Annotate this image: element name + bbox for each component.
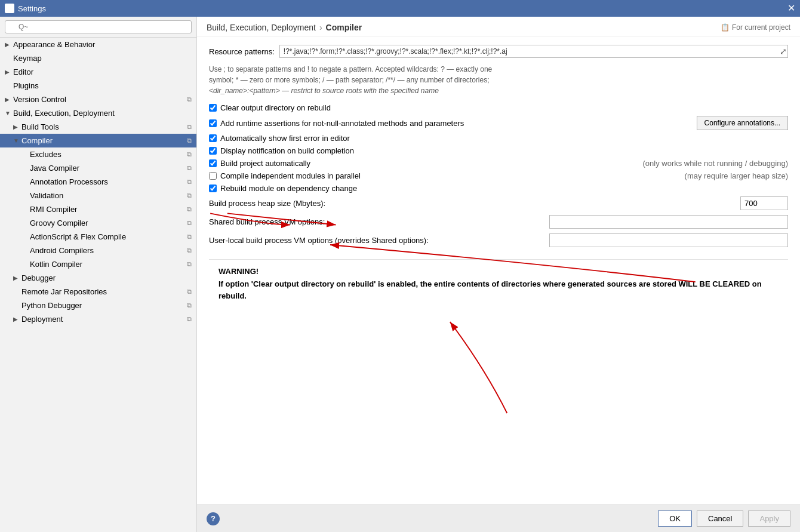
hint-line1: Use ; to separate patterns and ! to nega…	[209, 65, 492, 73]
copy-icon: ⧉	[187, 164, 192, 172]
window-title: Settings	[18, 4, 46, 13]
sidebar-item-build-tools[interactable]: ▶ Build Tools ⧉	[0, 120, 196, 134]
assertions-checkbox[interactable]	[209, 119, 217, 127]
compile-parallel-label: Compile independent modules in parallel	[220, 171, 673, 180]
rebuild-on-change-row: Rebuild module on dependency change	[209, 184, 788, 193]
sidebar-item-label: ActionScript & Flex Compile	[30, 232, 184, 241]
notification-label: Display notification on build completion	[220, 146, 788, 155]
spacer	[21, 220, 30, 226]
sidebar-item-groovy-compiler[interactable]: Groovy Compiler ⧉	[0, 216, 196, 230]
project-icon: 📋	[721, 23, 730, 32]
sidebar-item-label: Appearance & Behavior	[13, 40, 192, 49]
copy-icon: ⧉	[187, 315, 192, 323]
notification-checkbox[interactable]	[209, 147, 217, 155]
warning-box: WARNING! If option 'Clear output directo…	[209, 259, 788, 309]
resource-patterns-input[interactable]	[279, 45, 788, 58]
first-error-label: Automatically show first error in editor	[220, 134, 788, 143]
sidebar-item-build-exec-deploy[interactable]: ▼ Build, Execution, Deployment	[0, 106, 196, 120]
cancel-button[interactable]: Cancel	[697, 511, 743, 527]
hint-line2: symbol; * — zero or more symbols; / — pa…	[209, 76, 490, 84]
copy-icon: ⧉	[187, 288, 192, 296]
expand-arrow-icon: ▶	[13, 124, 21, 130]
clear-output-label: Clear output directory on rebuild	[220, 103, 788, 112]
project-label: For current project	[732, 23, 790, 32]
ok-button[interactable]: OK	[658, 511, 692, 527]
copy-icon: ⧉	[187, 123, 192, 131]
sidebar-item-label: Version Control	[13, 95, 184, 104]
copy-icon: ⧉	[187, 219, 192, 227]
build-auto-checkbox[interactable]	[209, 159, 217, 167]
search-input[interactable]	[5, 20, 192, 33]
user-vm-row: User-local build process VM options (ove…	[209, 233, 788, 247]
sidebar-item-keymap[interactable]: Keymap	[0, 51, 196, 65]
breadcrumb: Build, Execution, Deployment › Compiler …	[197, 17, 800, 36]
sidebar-item-version-control[interactable]: ▶ Version Control ⧉	[0, 93, 196, 106]
heap-size-input[interactable]	[740, 196, 788, 210]
sidebar-item-editor[interactable]: ▶ Editor	[0, 65, 196, 79]
sidebar-item-label: Plugins	[13, 81, 192, 90]
shared-vm-input[interactable]	[549, 215, 788, 229]
sidebar-item-java-compiler[interactable]: Java Compiler ⧉	[0, 161, 196, 175]
sidebar-item-validation[interactable]: Validation ⧉	[0, 189, 196, 202]
copy-icon: ⧉	[187, 137, 192, 144]
heap-size-row: Build process heap size (Mbytes):	[209, 196, 788, 210]
expand-arrow-icon: ▶	[5, 69, 13, 75]
breadcrumb-current: Compiler	[326, 23, 362, 32]
heap-size-label: Build process heap size (Mbytes):	[209, 199, 740, 208]
sidebar-item-label: Keymap	[13, 54, 192, 63]
sidebar-item-deployment[interactable]: ▶ Deployment ⧉	[0, 312, 196, 326]
first-error-checkbox[interactable]	[209, 134, 217, 142]
sidebar-item-label: Editor	[13, 67, 192, 76]
configure-annotations-button[interactable]: Configure annotations...	[697, 116, 788, 130]
content-pane: Build, Execution, Deployment › Compiler …	[197, 17, 800, 532]
sidebar-item-label: Deployment	[21, 315, 184, 324]
sidebar-item-label: Build, Execution, Deployment	[13, 109, 192, 118]
close-button[interactable]: ✕	[787, 4, 795, 13]
user-vm-input[interactable]	[549, 233, 788, 247]
sidebar-item-label: Remote Jar Repositories	[21, 287, 184, 296]
help-button[interactable]: ?	[207, 512, 220, 525]
sidebar-item-label: Compiler	[21, 136, 184, 145]
sidebar-item-rmi-compiler[interactable]: RMI Compiler ⧉	[0, 202, 196, 216]
sidebar-item-debugger[interactable]: ▶ Debugger	[0, 271, 196, 285]
clear-output-checkbox[interactable]	[209, 104, 217, 112]
copy-icon: ⧉	[187, 247, 192, 254]
rebuild-checkbox[interactable]	[209, 184, 217, 192]
compile-parallel-checkbox[interactable]	[209, 172, 217, 180]
resource-patterns-hint: Use ; to separate patterns and ! to nega…	[209, 64, 788, 96]
sidebar-item-python-debugger[interactable]: Python Debugger ⧉	[0, 299, 196, 312]
resource-patterns-row: Resource patterns: ⤢	[209, 45, 788, 58]
warning-text-bold: If option 'Clear output directory on reb…	[219, 279, 762, 300]
sidebar-item-android-compilers[interactable]: Android Compilers ⧉	[0, 244, 196, 257]
spacer	[21, 192, 30, 199]
first-error-row: Automatically show first error in editor	[209, 134, 788, 143]
spacer	[13, 288, 21, 295]
spacer	[21, 206, 30, 213]
shared-vm-row: Shared build process VM options:	[209, 215, 788, 229]
notification-row: Display notification on build completion	[209, 146, 788, 155]
assertions-label: Add runtime assertions for not-null-anno…	[220, 119, 692, 128]
copy-icon: ⧉	[187, 192, 192, 199]
copy-icon: ⧉	[187, 96, 192, 103]
sidebar-item-label: Groovy Compiler	[30, 219, 184, 227]
content-body: Resource patterns: ⤢ Use ; to separate p…	[197, 36, 800, 317]
compile-parallel-note: (may require larger heap size)	[685, 171, 788, 180]
build-auto-row: Build project automatically (only works …	[209, 159, 788, 168]
sidebar-item-excludes[interactable]: Excludes ⧉	[0, 147, 196, 161]
sidebar-item-appearance[interactable]: ▶ Appearance & Behavior	[0, 38, 196, 51]
sidebar-item-label: Android Compilers	[30, 246, 184, 255]
spacer	[21, 233, 30, 240]
resource-expand-button[interactable]: ⤢	[780, 47, 787, 56]
sidebar-item-kotlin-compiler[interactable]: Kotlin Compiler ⧉	[0, 257, 196, 271]
copy-icon: ⧉	[187, 260, 192, 268]
sidebar-item-plugins[interactable]: Plugins	[0, 79, 196, 93]
apply-button[interactable]: Apply	[748, 511, 790, 527]
spacer	[5, 55, 13, 61]
sidebar-item-remote-jar[interactable]: Remote Jar Repositories ⧉	[0, 285, 196, 299]
sidebar-item-annotation-processors[interactable]: Annotation Processors ⧉	[0, 175, 196, 189]
copy-icon: ⧉	[187, 302, 192, 309]
shared-vm-label: Shared build process VM options:	[209, 217, 549, 226]
sidebar-item-compiler[interactable]: ▼ Compiler ⧉	[0, 134, 196, 147]
sidebar-item-label: Excludes	[30, 150, 184, 159]
sidebar-item-actionscript[interactable]: ActionScript & Flex Compile ⧉	[0, 230, 196, 244]
